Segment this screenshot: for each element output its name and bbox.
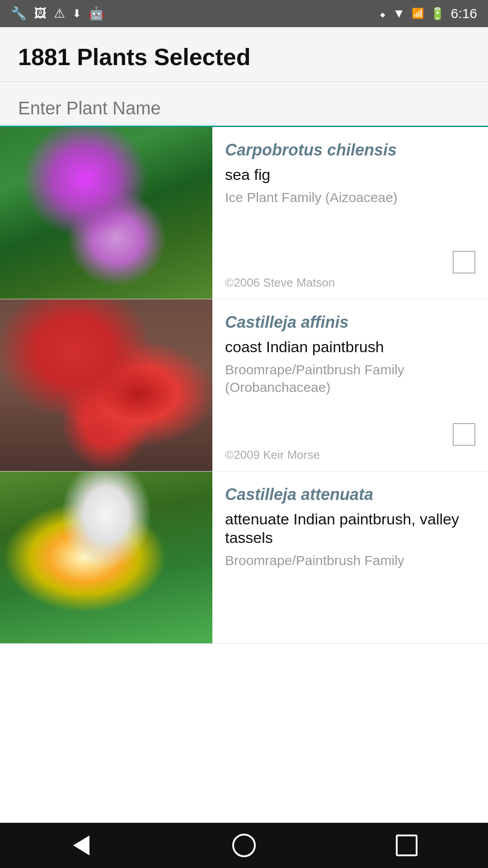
recents-button[interactable]: [389, 827, 425, 863]
home-button[interactable]: [226, 827, 262, 863]
status-icons-right: ⬥ ▼ 📶 🔋 6:16: [379, 6, 477, 21]
plant-list: Carpobrotus chilensis sea fig Ice Plant …: [0, 127, 488, 823]
page-title: 1881 Plants Selected: [18, 43, 470, 71]
copyright-text: ©2009 Keir Morse: [225, 448, 320, 462]
scientific-name: Castilleja affinis: [225, 312, 475, 332]
plant-family: Broomrape/Paintbrush Family: [225, 552, 475, 569]
download-icon: ⬇: [72, 8, 81, 19]
alert-icon: ⚠: [54, 7, 65, 20]
scientific-name: Castilleja attenuata: [225, 484, 475, 505]
bluetooth-icon: ⬥: [379, 8, 386, 19]
list-item: Carpobrotus chilensis sea fig Ice Plant …: [0, 127, 488, 299]
common-name: attenuate Indian paintbrush, valley tass…: [225, 510, 475, 547]
signal-icon: 📶: [412, 9, 424, 19]
status-time: 6:16: [451, 6, 477, 21]
copyright-text: ©2006 Steve Matson: [225, 276, 335, 290]
plant-image-castilleja-affinis: [0, 299, 212, 471]
common-name: sea fig: [225, 165, 475, 184]
plant-info-carpobrotus: Carpobrotus chilensis sea fig Ice Plant …: [212, 127, 488, 299]
plant-image-carpobrotus: [0, 127, 212, 299]
plant-checkbox[interactable]: [453, 251, 475, 274]
back-button[interactable]: [63, 827, 99, 863]
wrench-icon: 🔧: [11, 7, 27, 20]
status-bar: 🔧 🖼 ⚠ ⬇ 🤖 ⬥ ▼ 📶 🔋 6:16: [0, 0, 488, 27]
list-item: Castilleja affinis coast Indian paintbru…: [0, 299, 488, 472]
plant-info-castilleja-affinis: Castilleja affinis coast Indian paintbru…: [212, 299, 488, 471]
plant-checkbox[interactable]: [453, 423, 475, 446]
plant-info-castilleja-attenuata: Castilleja attenuata attenuate Indian pa…: [212, 472, 488, 643]
list-item: Castilleja attenuata attenuate Indian pa…: [0, 472, 488, 644]
android-icon: 🤖: [89, 7, 104, 20]
battery-icon: 🔋: [430, 8, 445, 19]
plant-family: Ice Plant Family (Aizoaceae): [225, 189, 475, 206]
search-container[interactable]: [0, 82, 488, 127]
scientific-name: Carpobrotus chilensis: [225, 140, 475, 160]
status-icons-left: 🔧 🖼 ⚠ ⬇ 🤖: [11, 7, 104, 20]
wifi-icon: ▼: [393, 7, 405, 20]
common-name: coast Indian paintbrush: [225, 338, 475, 356]
bottom-nav: [0, 823, 488, 868]
plant-family: Broomrape/Paintbrush Family (Orobanchace…: [225, 361, 475, 396]
header: 1881 Plants Selected: [0, 27, 488, 82]
image-icon: 🖼: [34, 7, 47, 20]
search-input[interactable]: [18, 91, 470, 126]
plant-image-castilleja-attenuata: [0, 472, 212, 643]
